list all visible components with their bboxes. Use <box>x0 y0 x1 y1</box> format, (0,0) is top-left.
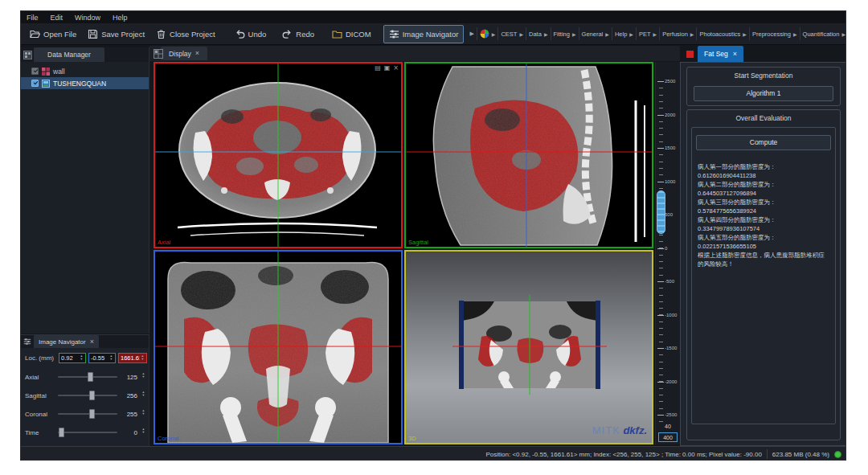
slider-handle[interactable] <box>89 409 95 419</box>
fat-density-results: 病人第一部分的脂肪密度为：0.6126016904411238 病人第二部分的脂… <box>692 158 835 268</box>
threed-view-label: 3D <box>408 435 416 442</box>
spin-arrows-icon[interactable]: ▴▾ <box>141 428 146 434</box>
data-manager-icon <box>23 51 32 59</box>
level-value: 40 <box>656 424 680 429</box>
menu-preprocessing[interactable]: Preprocessing▶ <box>749 27 800 40</box>
axial-slider[interactable] <box>58 376 117 378</box>
slider-handle[interactable] <box>89 391 95 400</box>
menu-photoacoustics[interactable]: Photoacoustics▶ <box>696 27 749 40</box>
plugin-toolbar: ▶ ▶ CEST▶ Data▶ Fitting▶ General▶ Help▶ … <box>467 27 845 40</box>
time-slider-label: Time <box>25 429 39 436</box>
slider-handle[interactable] <box>88 372 93 382</box>
menu-quantification[interactable]: Quantification▶ <box>800 27 845 40</box>
slider-minor-ticks <box>659 81 663 422</box>
tab-fat-seg[interactable]: Fat Seg × <box>698 46 743 62</box>
image-node-icon <box>42 80 50 88</box>
loc-z-spinbox[interactable]: ▴▾ <box>118 353 147 363</box>
menu-data[interactable]: Data▶ <box>526 27 550 40</box>
close-icon[interactable]: × <box>733 51 737 58</box>
data-manager-panel: Data Manager wall TUSHENGQUAN <box>21 47 149 334</box>
spin-arrows-icon[interactable]: ▴▾ <box>140 354 145 361</box>
data-node-tushengquan[interactable]: TUSHENGQUAN <box>21 77 149 89</box>
close-project-button[interactable]: Close Project <box>150 25 221 43</box>
level-window-slider: 2500 2000 1500 1000 500 0 -500 -1000 -15… <box>655 62 680 444</box>
sagittal-slider[interactable] <box>58 395 117 396</box>
undo-button[interactable]: Undo <box>229 25 272 43</box>
spin-arrows-icon[interactable]: ▴▾ <box>79 354 84 361</box>
menu-window[interactable]: Window <box>75 14 100 22</box>
display-layout-icon <box>154 49 163 59</box>
spin-arrows-icon[interactable]: ▴▾ <box>141 372 146 379</box>
coronal-viewport[interactable]: Coronal <box>154 250 403 444</box>
loc-x-input[interactable] <box>59 354 79 362</box>
coronal-view-label: Coronal <box>158 435 178 442</box>
tick-label: -1500 <box>665 346 681 350</box>
loc-x-spinbox[interactable]: ▴▾ <box>59 353 86 363</box>
compute-button[interactable]: Compute <box>696 135 831 150</box>
display-tabbar: Display × <box>149 46 680 61</box>
result-line: 病人第四部分的脂肪密度为：0.33479978936107574 <box>698 215 829 233</box>
start-segmentation-title: Start Segmentation <box>687 68 840 80</box>
menu-fitting[interactable]: Fitting▶ <box>551 27 579 40</box>
view-navigator-button[interactable]: ▶ <box>477 27 498 40</box>
open-file-button[interactable]: Open File <box>24 25 82 43</box>
loc-z-input[interactable] <box>119 354 140 362</box>
axial-slider-label: Axial <box>25 374 39 381</box>
menu-help[interactable]: Help▶ <box>612 27 636 40</box>
submenu-arrow-icon: ▶ <box>605 31 609 37</box>
tab-image-navigator[interactable]: Image Navigator × <box>34 335 99 348</box>
maximize-icon[interactable]: ▣ <box>384 64 391 72</box>
menu-file[interactable]: File <box>27 14 39 22</box>
memory-status-dot <box>834 451 841 458</box>
close-icon[interactable]: × <box>195 50 199 57</box>
memory-usage-text: 623.85 MB (0.48 %) <box>772 451 829 458</box>
redo-button[interactable]: Redo <box>276 25 320 43</box>
close-icon[interactable]: × <box>90 338 94 346</box>
save-project-button[interactable]: Save Project <box>82 25 150 43</box>
threed-viewport[interactable]: MITK dkfz. 3D <box>404 250 653 444</box>
menu-perfusion[interactable]: Perfusion▶ <box>659 27 696 40</box>
tick-label: -1000 <box>665 313 681 317</box>
menu-edit[interactable]: Edit <box>51 14 63 22</box>
submenu-arrow-icon: ▶ <box>653 31 657 37</box>
visibility-checkbox[interactable] <box>31 68 39 75</box>
image-navigator-button[interactable]: Image Navigator <box>383 25 465 43</box>
layout-menu-icon[interactable]: ▤ <box>375 64 381 72</box>
spin-arrows-icon[interactable]: ▴▾ <box>108 354 114 361</box>
loc-label: Loc. (mm) <box>25 354 54 362</box>
data-node-wall[interactable]: wall <box>21 65 149 77</box>
spin-arrows-icon[interactable]: ▴▾ <box>141 391 146 397</box>
loc-y-input[interactable] <box>89 354 108 362</box>
axial-viewport[interactable]: ▤ ▣ × Axial <box>154 62 403 248</box>
image-navigator-tab-icon <box>23 338 31 346</box>
toolbar-overflow-icon[interactable]: ▶ <box>467 31 476 37</box>
loc-y-spinbox[interactable]: ▴▾ <box>88 353 116 363</box>
submenu-arrow-icon: ▶ <box>841 31 845 37</box>
window-value[interactable]: 400 <box>658 432 678 442</box>
close-icon[interactable]: × <box>393 64 399 72</box>
menu-general[interactable]: General▶ <box>579 27 612 40</box>
tab-data-manager[interactable]: Data Manager <box>34 47 104 62</box>
submenu-arrow-icon: ▶ <box>743 31 747 37</box>
tab-display[interactable]: Display × <box>161 47 207 60</box>
submenu-arrow-icon: ▶ <box>519 31 523 37</box>
status-bar: Position: <0.92, -0.55, 1661.61> mm; Ind… <box>21 446 845 461</box>
threed-scene <box>406 252 652 443</box>
spin-arrows-icon[interactable]: ▴▾ <box>141 409 146 416</box>
sagittal-ct-image <box>406 63 652 247</box>
time-slider[interactable] <box>58 432 117 433</box>
menu-help[interactable]: Help <box>113 14 128 22</box>
undo-arrow-icon <box>235 29 245 39</box>
sagittal-viewport[interactable]: Sagittal <box>404 62 653 248</box>
visibility-checkbox[interactable] <box>31 80 39 87</box>
menu-cest[interactable]: CEST▶ <box>497 27 526 40</box>
window-level-handle[interactable] <box>657 190 665 234</box>
surface-node-icon <box>42 68 50 76</box>
coronal-slider[interactable] <box>58 413 117 415</box>
slider-handle[interactable] <box>59 428 64 437</box>
menu-pet[interactable]: PET▶ <box>636 27 659 40</box>
overall-evaluation-title: Overall Evaluation <box>687 110 840 122</box>
tick-label: 500 <box>665 212 681 217</box>
algorithm-1-button[interactable]: Algorithm 1 <box>694 86 833 101</box>
dicom-button[interactable]: DICOM <box>326 25 377 43</box>
